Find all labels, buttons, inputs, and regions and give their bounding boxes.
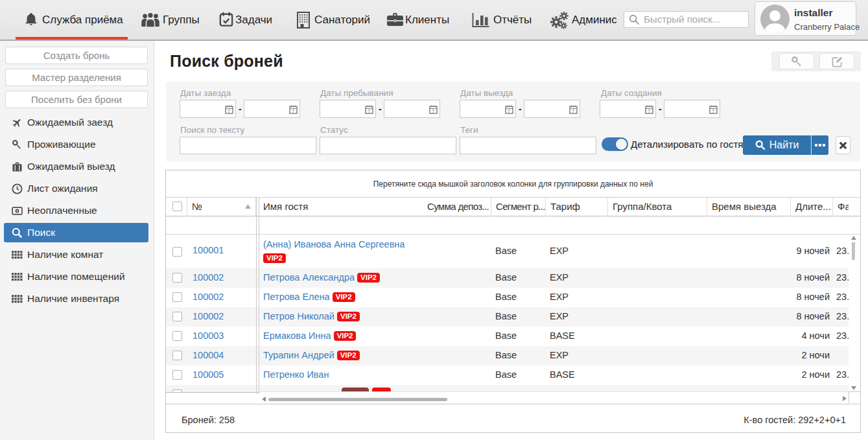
svg-text:7: 7 — [432, 109, 434, 113]
svg-text:7: 7 — [368, 109, 370, 113]
svg-text:7: 7 — [228, 109, 230, 113]
svg-text:7: 7 — [292, 109, 294, 113]
svg-text:7: 7 — [648, 109, 650, 113]
svg-text:7: 7 — [508, 109, 510, 113]
svg-text:7: 7 — [572, 109, 574, 113]
svg-text:7: 7 — [712, 109, 714, 113]
